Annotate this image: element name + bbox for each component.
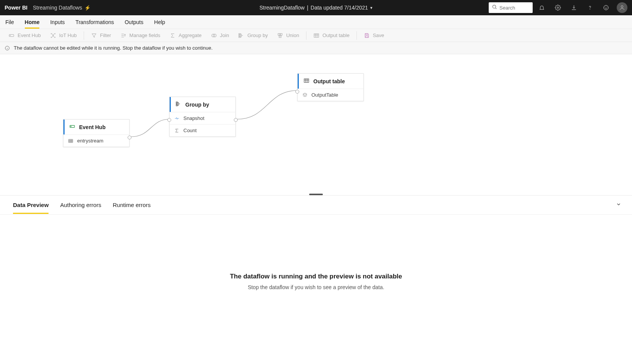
event-hub-icon bbox=[69, 123, 75, 131]
bottom-panel: Data Preview Authoring errors Runtime er… bbox=[0, 196, 632, 348]
svg-point-15 bbox=[124, 34, 125, 35]
svg-rect-19 bbox=[239, 35, 240, 36]
svg-point-29 bbox=[71, 126, 71, 126]
ribbon-event-hub[interactable]: Event Hub bbox=[5, 31, 45, 40]
svg-rect-26 bbox=[366, 36, 368, 37]
snapshot-icon bbox=[174, 116, 180, 121]
sigma-icon bbox=[174, 128, 180, 133]
svg-point-9 bbox=[10, 35, 10, 36]
help-icon[interactable] bbox=[583, 1, 597, 15]
svg-point-5 bbox=[605, 7, 606, 7]
output-table-icon bbox=[303, 78, 310, 85]
ribbon-iot-hub[interactable]: IoT Hub bbox=[46, 31, 81, 40]
menu-tabs: File Home Inputs Transformations Outputs… bbox=[0, 15, 632, 29]
info-bar: The dataflow cannot be edited while it i… bbox=[0, 42, 632, 54]
ribbon-manage-fields[interactable]: Manage fields bbox=[117, 31, 164, 40]
tab-data-preview[interactable]: Data Preview bbox=[13, 196, 49, 214]
svg-point-10 bbox=[52, 35, 53, 36]
group-by-icon bbox=[175, 101, 181, 108]
ribbon-join[interactable]: Join bbox=[207, 31, 233, 40]
output-table-icon bbox=[313, 32, 319, 39]
notifications-icon[interactable] bbox=[535, 1, 549, 15]
header-center[interactable]: StreamingDataflow | Data updated 7/14/20… bbox=[259, 5, 373, 11]
svg-rect-22 bbox=[280, 33, 282, 35]
user-avatar[interactable] bbox=[617, 2, 627, 13]
svg-rect-20 bbox=[239, 36, 240, 37]
chevron-down-icon[interactable] bbox=[616, 202, 621, 209]
feedback-icon[interactable] bbox=[599, 1, 613, 15]
menu-transformations[interactable]: Transformations bbox=[76, 16, 114, 28]
group-by-icon bbox=[238, 32, 244, 39]
ribbon-output-table[interactable]: Output table bbox=[310, 31, 353, 40]
svg-point-12 bbox=[54, 33, 55, 34]
event-hub-icon bbox=[8, 32, 15, 39]
ribbon-separator bbox=[357, 31, 357, 40]
ribbon-group-by[interactable]: Group by bbox=[234, 31, 271, 40]
svg-rect-34 bbox=[304, 79, 309, 82]
svg-rect-30 bbox=[69, 139, 73, 142]
ribbon-separator bbox=[306, 31, 306, 40]
svg-rect-33 bbox=[176, 105, 177, 106]
info-icon bbox=[5, 45, 10, 51]
search-icon bbox=[492, 4, 497, 11]
join-icon bbox=[211, 32, 217, 39]
save-icon bbox=[364, 32, 370, 39]
svg-rect-24 bbox=[314, 34, 319, 37]
node-row[interactable]: Count bbox=[170, 124, 235, 136]
ribbon-aggregate[interactable]: Aggregate bbox=[166, 31, 206, 40]
node-output-table[interactable]: Output table OutputTable bbox=[297, 73, 364, 101]
svg-point-11 bbox=[51, 33, 52, 34]
settings-icon[interactable] bbox=[551, 1, 565, 15]
tab-authoring-errors[interactable]: Authoring errors bbox=[60, 196, 101, 214]
ribbon-union[interactable]: Union bbox=[273, 31, 303, 40]
node-group-by[interactable]: Group by Snapshot Count bbox=[169, 97, 236, 137]
output-port[interactable] bbox=[234, 118, 238, 122]
download-icon[interactable] bbox=[567, 1, 581, 15]
input-port[interactable] bbox=[295, 90, 299, 94]
brand-subtitle: Streaming Dataflows ⚡ bbox=[33, 5, 91, 11]
input-port[interactable] bbox=[167, 118, 171, 122]
info-message: The dataflow cannot be edited while it i… bbox=[14, 45, 212, 51]
svg-line-1 bbox=[496, 8, 497, 9]
svg-rect-21 bbox=[278, 33, 280, 35]
tab-runtime-errors[interactable]: Runtime errors bbox=[113, 196, 151, 214]
node-row[interactable]: OutputTable bbox=[298, 89, 363, 101]
search-input[interactable] bbox=[489, 2, 533, 13]
brand-label: Power BI bbox=[5, 5, 28, 11]
ribbon-toolbar: Event Hub IoT Hub Filter Manage fields A… bbox=[0, 29, 632, 42]
svg-point-7 bbox=[621, 6, 623, 8]
svg-rect-31 bbox=[176, 102, 177, 103]
panel-resize-handle[interactable] bbox=[309, 194, 323, 195]
output-port[interactable] bbox=[128, 136, 131, 139]
svg-point-14 bbox=[54, 37, 55, 37]
layers-icon bbox=[302, 92, 308, 98]
chevron-down-icon: ▾ bbox=[370, 5, 373, 10]
svg-point-0 bbox=[493, 5, 496, 8]
iot-hub-icon bbox=[50, 32, 56, 39]
svg-point-6 bbox=[607, 7, 607, 7]
menu-help[interactable]: Help bbox=[154, 16, 165, 28]
svg-rect-18 bbox=[239, 33, 240, 34]
menu-home[interactable]: Home bbox=[25, 16, 40, 28]
svg-point-4 bbox=[604, 5, 608, 10]
preview-empty-state: The dataflow is running and the preview … bbox=[0, 215, 632, 348]
svg-rect-32 bbox=[176, 104, 177, 105]
node-row[interactable]: Snapshot bbox=[170, 112, 235, 124]
diagram-canvas[interactable]: Event Hub entrystream Group by Snapshot … bbox=[0, 54, 632, 196]
table-icon bbox=[68, 138, 73, 144]
menu-inputs[interactable]: Inputs bbox=[50, 16, 65, 28]
menu-file[interactable]: File bbox=[5, 16, 14, 28]
svg-rect-23 bbox=[279, 36, 281, 37]
svg-point-2 bbox=[557, 7, 559, 8]
ribbon-save[interactable]: Save bbox=[360, 31, 388, 40]
filter-icon bbox=[91, 32, 97, 39]
node-row[interactable]: entrystream bbox=[63, 134, 129, 147]
top-header: Power BI Streaming Dataflows ⚡ Streaming… bbox=[0, 0, 632, 15]
ribbon-filter[interactable]: Filter bbox=[87, 31, 115, 40]
menu-outputs[interactable]: Outputs bbox=[125, 16, 143, 28]
preview-subtitle: Stop the dataflow if you wish to see a p… bbox=[248, 284, 384, 290]
node-event-hub[interactable]: Event Hub entrystream bbox=[63, 119, 130, 147]
sigma-icon bbox=[170, 32, 176, 39]
ribbon-separator bbox=[84, 31, 84, 40]
bottom-tabs: Data Preview Authoring errors Runtime er… bbox=[0, 196, 632, 215]
